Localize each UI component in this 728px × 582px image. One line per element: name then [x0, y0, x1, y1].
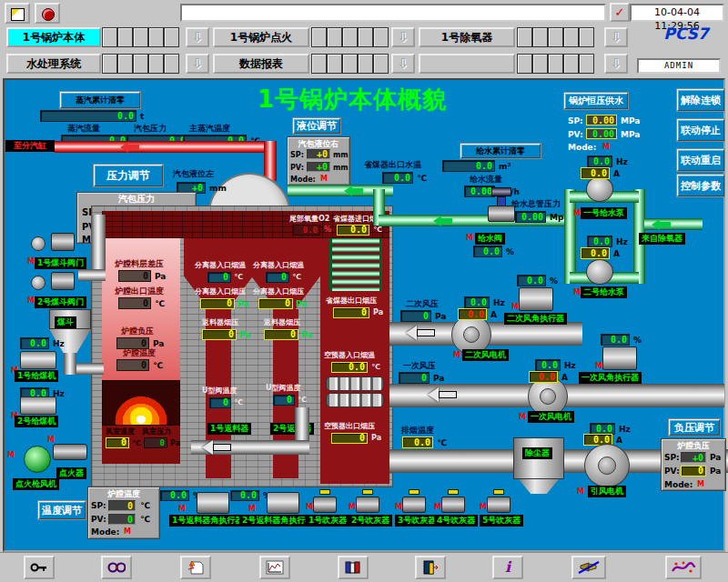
header-press-label: 给水总管压力: [511, 199, 561, 208]
steam-total-display: 0.0: [40, 110, 136, 122]
red-tool-icon: [42, 8, 55, 21]
header-press-display: 0.00: [515, 211, 546, 223]
drum-level-mode[interactable]: M: [320, 176, 328, 183]
feed-valve[interactable]: [488, 206, 515, 222]
tab-boiler-ignition[interactable]: 1号锅炉点火: [213, 27, 309, 47]
tab-dropdown-button[interactable]: ⇩: [604, 27, 628, 47]
tab-dropdown-button[interactable]: ⇩: [604, 54, 628, 74]
coal-valve-1-status: M: [27, 258, 35, 266]
interlock-restart-button[interactable]: 联动重启: [677, 149, 724, 171]
feed-pump-1[interactable]: [586, 176, 613, 202]
tab-dropdown-button[interactable]: ⇩: [186, 54, 209, 74]
new-report-button[interactable]: [180, 556, 211, 579]
vacuum-control-button[interactable]: 负压调节: [669, 419, 720, 436]
exit-door-icon: [422, 560, 439, 575]
unlock-interlock-button[interactable]: 解除连锁: [677, 89, 724, 111]
coal-valve-2[interactable]: [51, 272, 75, 290]
vacuum-sp[interactable]: +0: [681, 452, 706, 463]
sootblower-2[interactable]: [356, 497, 379, 513]
coal-feeder-2[interactable]: [20, 396, 56, 415]
tab-water-treatment[interactable]: 水处理系统: [6, 54, 101, 74]
tab-data-report[interactable]: 数据报表: [213, 54, 309, 74]
status-cell: [373, 27, 389, 47]
tab-deaerator[interactable]: 1号除氧器: [419, 27, 515, 47]
library-button[interactable]: [338, 556, 369, 579]
view-button[interactable]: [101, 556, 132, 579]
tab-dropdown-button[interactable]: ⇩: [186, 27, 209, 47]
signature-button[interactable]: [665, 556, 702, 579]
sec-act-status: M: [511, 304, 519, 311]
coal-valve-1[interactable]: [51, 233, 75, 251]
water-total-reset-button[interactable]: 给水累计清零: [460, 144, 541, 158]
return-flow-arrow-icon: [202, 440, 233, 455]
status-cell: [579, 27, 594, 47]
supply-control-button[interactable]: 锅炉恒压供水: [564, 93, 628, 109]
tab-empty[interactable]: [419, 54, 515, 74]
sootblower-4-status: M: [434, 504, 441, 511]
info-button[interactable]: i: [492, 556, 523, 579]
vacuum-mode[interactable]: M: [697, 481, 704, 488]
feeder1-hz-display: 0.0: [20, 337, 49, 349]
message-line-field[interactable]: [180, 4, 606, 22]
o2-unit: %: [324, 226, 331, 234]
furnace-out-temp-label: 炉膛出口温度: [115, 286, 164, 296]
status-cell: [164, 27, 179, 47]
steam-total-reset-button[interactable]: 蒸汽累计清零: [60, 92, 140, 108]
u2-temp-display: 0: [273, 395, 295, 406]
coal-valve-1-knob[interactable]: [31, 236, 46, 251]
pv-label: PV:: [568, 130, 583, 139]
drum-level-sp[interactable]: +0: [307, 149, 330, 159]
return-actuator-1[interactable]: [197, 492, 229, 514]
furnace-temp-mode[interactable]: M: [124, 528, 131, 536]
induced-draft-fan[interactable]: [584, 444, 630, 487]
sep2-press-unit: Pa: [296, 299, 307, 308]
acknowledge-button[interactable]: ✓: [610, 3, 630, 22]
key-button[interactable]: [24, 556, 55, 579]
mute-horn-button[interactable]: [571, 556, 606, 579]
secondary-air-actuator[interactable]: [519, 287, 553, 311]
furnace-out-temp-unit: ℃: [155, 299, 165, 308]
furnace-temp-sp[interactable]: 0: [108, 500, 136, 511]
drum-level-unit: mm: [333, 150, 349, 160]
sootblower-5[interactable]: [487, 497, 511, 513]
ret2-press-unit: Pa: [301, 330, 312, 339]
sootblower-1[interactable]: [313, 497, 337, 513]
supply-mode[interactable]: M: [602, 144, 610, 151]
coal-feeder-1[interactable]: [20, 351, 56, 369]
fan-hub-icon: [463, 326, 480, 343]
coal-valve-2-knob[interactable]: [31, 276, 46, 290]
dust-collector-label: 除尘器: [522, 447, 552, 459]
primary-air-actuator[interactable]: [602, 346, 637, 370]
ignition-fan[interactable]: [24, 446, 51, 473]
return-duct-riser: [295, 407, 309, 444]
hardcopy-button[interactable]: [35, 3, 60, 24]
sootblower-4[interactable]: [441, 497, 465, 513]
tab-boiler-body[interactable]: 1号锅炉本体: [6, 27, 101, 47]
tab-dropdown-button[interactable]: ⇩: [391, 54, 415, 74]
primary-air-press-display: 0: [399, 372, 430, 384]
furnace-vacuum-label: 炉膛负压: [121, 326, 154, 336]
feed-pump-2[interactable]: [586, 259, 613, 285]
supply-unit: MPa: [621, 116, 640, 125]
ret2-press-label: 返料器烟压: [264, 318, 300, 326]
supply-sp[interactable]: 0.00: [586, 115, 617, 125]
new-picture-button[interactable]: [5, 3, 30, 24]
interlock-stop-button[interactable]: 联动停止: [677, 119, 724, 141]
sootblower-3[interactable]: [402, 497, 426, 513]
exit-button[interactable]: [415, 556, 446, 579]
level-control-button[interactable]: 液位调节: [293, 118, 340, 134]
return-actuator-2[interactable]: [267, 492, 299, 514]
pri-fan-status: M: [519, 414, 526, 421]
igniter-device[interactable]: [53, 444, 87, 460]
aph-in-gas-display: 0.0: [331, 362, 368, 373]
deaerator-arrow-icon: [652, 219, 672, 230]
pressure-control-button[interactable]: 压力调节: [94, 165, 163, 186]
trend-button[interactable]: [259, 556, 290, 579]
chevron-down-icon: ⇩: [192, 29, 204, 45]
temperature-control-button[interactable]: 温度调节: [38, 501, 86, 519]
page-title: 1号锅炉本体概貌: [258, 85, 567, 113]
control-params-button[interactable]: 控制参数: [677, 175, 724, 196]
tab-dropdown-button[interactable]: ⇩: [391, 27, 415, 47]
main-steam-pipe: [55, 141, 277, 153]
sec-a-unit: A: [490, 310, 497, 319]
